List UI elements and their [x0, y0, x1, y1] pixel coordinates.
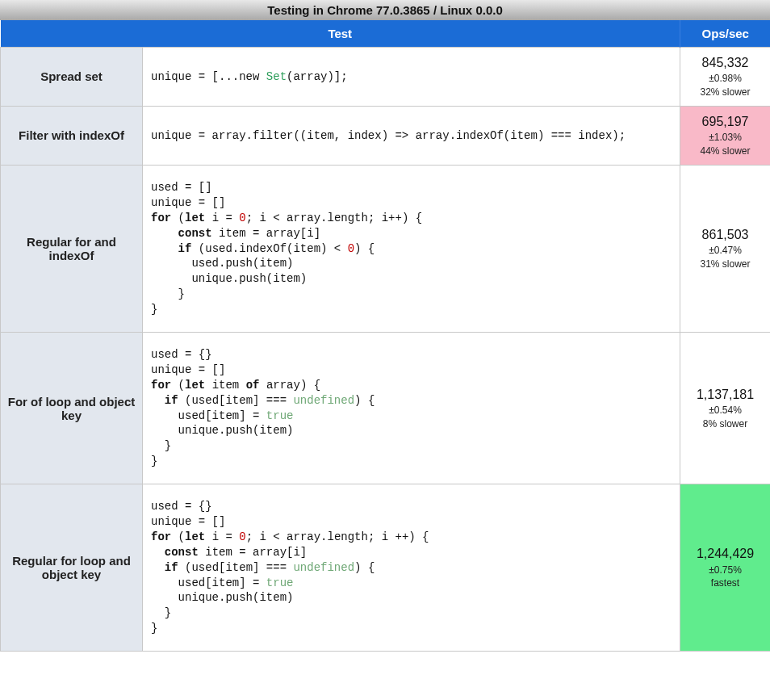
- test-code: used = {} unique = [] for (let i = 0; i …: [143, 484, 680, 652]
- test-name: Regular for loop and object key: [1, 484, 143, 652]
- ops-cell: 845,332 ±0.98% 32% slower: [680, 48, 770, 107]
- header-ops: Ops/sec: [680, 20, 770, 48]
- ops-slower: 32% slower: [684, 86, 767, 99]
- ops-error: ±0.75%: [684, 564, 767, 577]
- test-name: For of loop and object key: [1, 332, 143, 484]
- test-code: used = {} unique = [] for (let item of a…: [143, 332, 680, 484]
- ops-cell: 861,503 ±0.47% 31% slower: [680, 165, 770, 332]
- ops-slower: 8% slower: [684, 417, 767, 431]
- ops-slower: 31% slower: [684, 258, 767, 271]
- table-row: Filter with indexOf unique = array.filte…: [1, 106, 771, 165]
- table-row: For of loop and object key used = {} uni…: [1, 332, 771, 484]
- test-code: unique = array.filter((item, index) => a…: [143, 106, 680, 165]
- ops-error: ±0.54%: [684, 404, 767, 417]
- ops-value: 1,244,429: [684, 545, 767, 563]
- header-test: Test: [1, 20, 680, 48]
- table-row: Regular for and indexOf used = [] unique…: [1, 165, 771, 332]
- table-header-row: Test Ops/sec: [1, 20, 771, 48]
- ops-slower: fastest: [684, 576, 767, 590]
- ops-cell: 695,197 ±1.03% 44% slower: [680, 106, 770, 165]
- ops-value: 861,503: [684, 226, 767, 244]
- test-name: Regular for and indexOf: [1, 165, 143, 332]
- test-name: Spread set: [1, 48, 143, 107]
- benchmark-table: Test Ops/sec Spread set unique = [...new…: [0, 20, 770, 652]
- test-code: used = [] unique = [] for (let i = 0; i …: [143, 165, 680, 332]
- ops-cell: 1,137,181 ±0.54% 8% slower: [680, 332, 770, 484]
- test-name: Filter with indexOf: [1, 106, 143, 165]
- ops-error: ±0.98%: [684, 72, 767, 86]
- test-code: unique = [...new Set(array)];: [143, 48, 680, 107]
- ops-value: 1,137,181: [684, 386, 767, 404]
- ops-error: ±1.03%: [684, 131, 767, 145]
- table-row: Regular for loop and object key used = {…: [1, 484, 771, 652]
- ops-error: ±0.47%: [684, 244, 767, 258]
- ops-value: 695,197: [684, 113, 767, 131]
- ops-cell: 1,244,429 ±0.75% fastest: [680, 484, 770, 652]
- ops-value: 845,332: [684, 54, 767, 72]
- page-title: Testing in Chrome 77.0.3865 / Linux 0.0.…: [0, 0, 770, 20]
- table-row: Spread set unique = [...new Set(array)];…: [1, 48, 771, 107]
- ops-slower: 44% slower: [684, 145, 767, 158]
